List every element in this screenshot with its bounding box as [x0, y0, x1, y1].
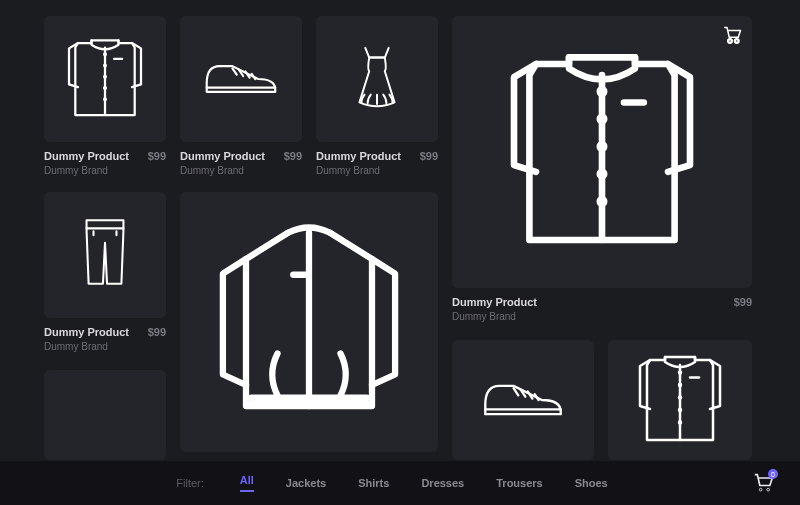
product-card[interactable] [44, 16, 166, 142]
product-name: Dummy Product [316, 150, 401, 162]
product-card[interactable] [44, 192, 166, 318]
product-meta: Dummy Product Dummy Brand $99 [44, 326, 166, 352]
product-card[interactable] [180, 16, 302, 142]
product-brand: Dummy Brand [316, 165, 401, 176]
product-meta: Dummy Product Dummy Brand $99 [180, 150, 302, 176]
cart-button[interactable]: 0 [754, 473, 774, 493]
product-card[interactable] [44, 370, 166, 460]
cart-badge: 0 [768, 469, 778, 479]
product-grid: Dummy Product Dummy Brand $99 Dummy Prod… [0, 0, 800, 461]
product-card[interactable] [452, 340, 594, 460]
dress-icon [338, 33, 416, 125]
product-meta: Dummy Product Dummy Brand $99 [44, 150, 166, 176]
filter-tab-jackets[interactable]: Jackets [286, 477, 326, 489]
jacket-icon [204, 217, 414, 427]
filter-tab-trousers[interactable]: Trousers [496, 477, 542, 489]
product-price: $99 [420, 150, 438, 162]
product-meta: Dummy Product Dummy Brand $99 [452, 296, 752, 322]
filter-bar: Filter: All Jackets Shirts Dresses Trous… [0, 461, 800, 505]
filter-tab-all[interactable]: All [240, 474, 254, 492]
filter-tab-shirts[interactable]: Shirts [358, 477, 389, 489]
product-brand: Dummy Brand [44, 341, 129, 352]
product-price: $99 [734, 296, 752, 308]
product-name: Dummy Product [180, 150, 265, 162]
shirt-icon [630, 350, 730, 450]
product-name: Dummy Product [452, 296, 537, 308]
shirt-icon [492, 42, 712, 262]
shoe-icon [196, 49, 286, 109]
filter-tab-dresses[interactable]: Dresses [421, 477, 464, 489]
filter-label: Filter: [176, 477, 204, 489]
product-price: $99 [284, 150, 302, 162]
product-brand: Dummy Brand [180, 165, 265, 176]
product-price: $99 [148, 150, 166, 162]
product-meta: Dummy Product Dummy Brand $99 [316, 150, 438, 176]
product-card-large[interactable] [180, 192, 438, 452]
product-name: Dummy Product [44, 326, 129, 338]
filter-tab-shoes[interactable]: Shoes [575, 477, 608, 489]
shoe-icon [473, 367, 573, 433]
trousers-icon [64, 209, 146, 301]
product-price: $99 [148, 326, 166, 338]
product-name: Dummy Product [44, 150, 129, 162]
product-brand: Dummy Brand [44, 165, 129, 176]
product-card-large[interactable] [452, 16, 752, 288]
shirt-icon [60, 34, 150, 124]
add-to-cart-icon[interactable] [724, 26, 742, 44]
product-card[interactable] [608, 340, 752, 460]
product-card[interactable] [316, 16, 438, 142]
product-brand: Dummy Brand [452, 311, 537, 322]
